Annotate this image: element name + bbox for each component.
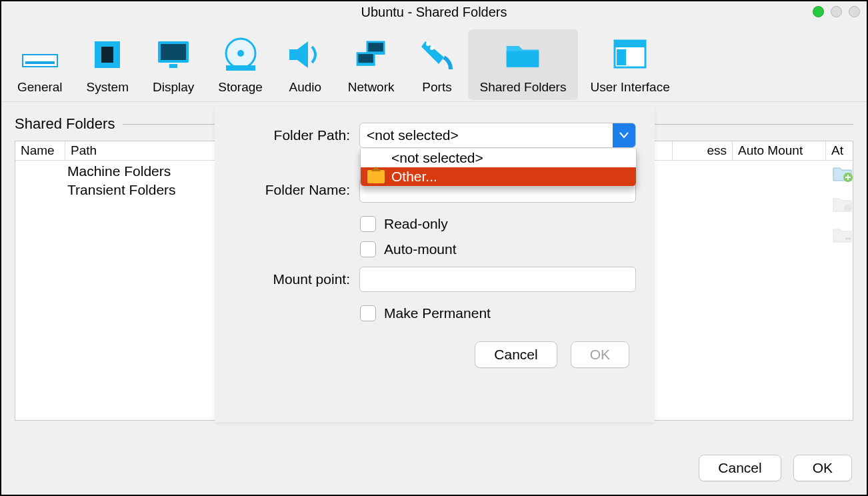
svg-rect-11 [368,43,383,51]
tab-label: Network [348,80,395,95]
tab-general[interactable]: General [5,29,75,100]
display-icon [155,36,192,73]
dropdown-option-other[interactable]: Other... [361,167,636,186]
network-icon [353,36,390,73]
remove-share-button [832,225,853,244]
maximize-light-icon[interactable] [831,6,842,17]
col-at[interactable]: At [826,141,853,160]
edit-share-button [832,195,853,213]
settings-toolbar: General System Display Storage Audio Net… [1,24,867,102]
ports-icon [419,36,456,73]
home-folder-icon [367,170,385,183]
tab-ports[interactable]: Ports [407,29,468,100]
readonly-checkbox[interactable] [360,216,376,232]
svg-rect-3 [101,47,113,63]
window-title: Ubuntu - Shared Folders [361,5,507,20]
audio-icon [287,36,324,73]
svg-rect-5 [161,44,186,60]
add-share-button[interactable] [832,164,853,183]
tab-system[interactable]: System [75,29,141,100]
svg-rect-0 [23,55,57,67]
svg-point-14 [426,42,430,46]
main-ok-button[interactable]: OK [793,455,852,481]
storage-icon [222,36,259,73]
automount-row[interactable]: Auto-mount [360,241,636,257]
dialog-ok-button[interactable]: OK [571,341,629,368]
tab-shared-folders[interactable]: Shared Folders [468,29,579,100]
main-buttons: Cancel OK [699,455,852,481]
titlebar: Ubuntu - Shared Folders [1,1,867,24]
dialog-cancel-button[interactable]: Cancel [475,341,557,368]
tab-label: Shared Folders [480,80,567,95]
section-title: Shared Folders [15,115,115,133]
folder-path-label: Folder Path: [233,127,350,143]
add-share-dialog: Folder Path: <not selected> <not selecte… [215,107,655,422]
svg-rect-13 [358,54,373,63]
shared-folders-icon [504,36,541,73]
tab-label: User Interface [590,80,669,95]
svg-point-8 [237,50,244,57]
folder-name-label: Folder Name: [233,182,350,198]
col-name[interactable]: Name [15,141,65,160]
dialog-buttons: Cancel OK [233,341,636,368]
svg-rect-16 [507,51,539,67]
tab-storage[interactable]: Storage [206,29,275,100]
col-access[interactable]: ess [673,141,733,160]
automount-label: Auto-mount [384,241,457,257]
tab-audio[interactable]: Audio [275,29,336,100]
mountpoint-label: Mount point: [233,271,350,287]
chevron-down-icon[interactable] [613,123,635,147]
tab-network[interactable]: Network [336,29,407,100]
svg-rect-9 [226,65,255,71]
tab-label: General [17,80,63,95]
tab-display[interactable]: Display [141,29,206,100]
svg-rect-1 [25,61,55,64]
svg-point-21 [844,204,852,212]
col-auto-mount[interactable]: Auto Mount [733,141,826,160]
svg-rect-19 [617,49,626,65]
tab-label: Ports [422,80,451,95]
folder-path-combo[interactable]: <not selected> <not selected> Other... [359,123,636,148]
readonly-row[interactable]: Read-only [360,216,636,232]
folder-path-dropdown: <not selected> Other... [360,149,637,187]
tab-label: Audio [289,80,322,95]
dropdown-option-not-selected[interactable]: <not selected> [361,149,636,167]
user-interface-icon [611,36,649,73]
tab-label: System [87,80,129,95]
system-icon [89,36,126,73]
permanent-label: Make Permanent [384,305,491,321]
mountpoint-row: Mount point: [233,267,636,292]
permanent-checkbox[interactable] [360,305,376,321]
folder-path-value: <not selected> [360,127,613,143]
minimize-light-icon[interactable] [813,6,824,17]
close-light-icon[interactable] [849,6,860,17]
general-icon [21,36,59,73]
automount-checkbox[interactable] [360,241,376,257]
readonly-label: Read-only [384,216,448,232]
permanent-row[interactable]: Make Permanent [360,305,636,321]
tab-label: Display [153,80,194,95]
svg-point-15 [430,46,434,50]
svg-rect-18 [615,41,645,47]
folder-path-row: Folder Path: <not selected> <not selecte… [233,123,636,148]
side-actions [832,164,853,244]
svg-rect-6 [169,64,177,68]
tab-label: Storage [218,80,263,95]
tab-user-interface[interactable]: User Interface [578,29,681,100]
window-controls [813,6,860,17]
mountpoint-input[interactable] [359,267,636,292]
main-cancel-button[interactable]: Cancel [699,455,781,481]
